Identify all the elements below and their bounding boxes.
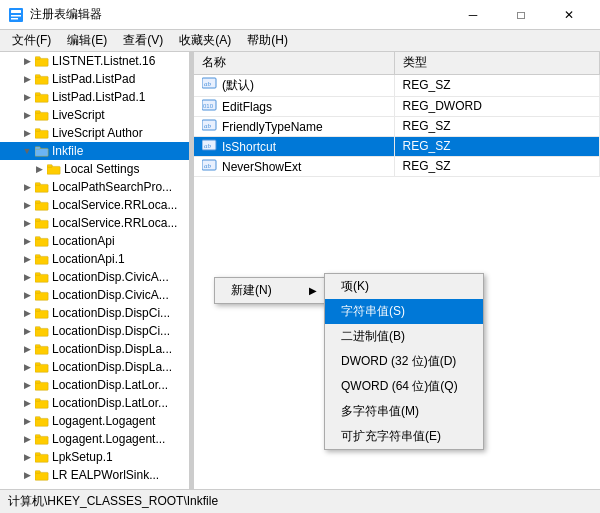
new-submenu[interactable]: 项(K)字符串值(S)二进制值(B)DWORD (32 位)值(D)QWORD …: [324, 273, 484, 450]
expand-icon[interactable]: ▶: [20, 342, 34, 356]
expand-icon[interactable]: ▶: [20, 72, 34, 86]
menu-item-h[interactable]: 帮助(H): [239, 30, 296, 51]
tree-item[interactable]: ▶ LocationApi: [0, 232, 189, 250]
svg-rect-51: [35, 471, 40, 474]
tree-item[interactable]: ▶ LocalService.RRLoca...: [0, 196, 189, 214]
table-row[interactable]: 010 EditFlagsREG_DWORD: [194, 96, 600, 116]
svg-rect-12: [35, 130, 48, 138]
folder-icon: [34, 269, 50, 285]
svg-rect-47: [35, 435, 40, 438]
expand-icon[interactable]: ▶: [20, 360, 34, 374]
minimize-button[interactable]: ─: [450, 1, 496, 29]
expand-icon[interactable]: ▶: [20, 90, 34, 104]
tree-item[interactable]: ▶ LiveScript: [0, 106, 189, 124]
menu-bar: 文件(F)编辑(E)查看(V)收藏夹(A)帮助(H): [0, 30, 600, 52]
tree-item[interactable]: ▶ LocationDisp.DispLa...: [0, 358, 189, 376]
tree-panel[interactable]: ▶ LISTNET.Listnet.16▶ ListPad.ListPad▶ L…: [0, 52, 190, 489]
menu-item-v[interactable]: 查看(V): [115, 30, 171, 51]
expand-icon[interactable]: ▶: [20, 108, 34, 122]
tree-item[interactable]: ▶ LocalPathSearchPro...: [0, 178, 189, 196]
expand-icon[interactable]: ▶: [20, 216, 34, 230]
svg-rect-34: [35, 328, 48, 336]
tree-item[interactable]: ▶ LocationDisp.DispCi...: [0, 322, 189, 340]
submenu-item[interactable]: 可扩充字符串值(E): [325, 424, 483, 449]
expand-icon[interactable]: ▶: [20, 324, 34, 338]
svg-rect-10: [35, 112, 48, 120]
folder-icon: [34, 71, 50, 87]
tree-item[interactable]: ▼ Inkfile: [0, 142, 189, 160]
expand-icon[interactable]: ▶: [20, 180, 34, 194]
svg-rect-40: [35, 382, 48, 390]
expand-icon[interactable]: ▶: [20, 270, 34, 284]
svg-rect-1: [11, 10, 21, 13]
maximize-button[interactable]: □: [498, 1, 544, 29]
menu-item-e[interactable]: 编辑(E): [59, 30, 115, 51]
expand-icon[interactable]: ▶: [20, 252, 34, 266]
tree-item-label: Inkfile: [52, 144, 83, 158]
tree-item[interactable]: ▶ LocationDisp.LatLor...: [0, 376, 189, 394]
tree-item[interactable]: ▶ ListPad.ListPad.1: [0, 88, 189, 106]
submenu-item[interactable]: 多字符串值(M): [325, 399, 483, 424]
expand-icon[interactable]: ▶: [20, 396, 34, 410]
tree-item[interactable]: ▶ LocationDisp.CivicA...: [0, 268, 189, 286]
tree-item[interactable]: ▶ LocationDisp.CivicA...: [0, 286, 189, 304]
expand-icon[interactable]: ▶: [20, 288, 34, 302]
submenu-item[interactable]: DWORD (32 位)值(D): [325, 349, 483, 374]
expand-icon[interactable]: ▶: [20, 450, 34, 464]
svg-rect-25: [35, 237, 40, 240]
menu-item-a[interactable]: 收藏夹(A): [171, 30, 239, 51]
folder-icon: [34, 395, 50, 411]
expand-icon[interactable]: ▶: [32, 162, 46, 176]
table-row[interactable]: ab IsShortcutREG_SZ: [194, 136, 600, 156]
folder-icon: [34, 359, 50, 375]
tree-item[interactable]: ▶ LpkSetup.1: [0, 448, 189, 466]
tree-scroll[interactable]: ▶ LISTNET.Listnet.16▶ ListPad.ListPad▶ L…: [0, 52, 189, 489]
tree-item[interactable]: ▶ LocationApi.1: [0, 250, 189, 268]
svg-rect-38: [35, 364, 48, 372]
submenu-item[interactable]: 字符串值(S): [325, 299, 483, 324]
tree-item-label: LocationDisp.CivicA...: [52, 270, 169, 284]
expand-icon[interactable]: ▶: [20, 54, 34, 68]
expand-icon[interactable]: ▶: [20, 378, 34, 392]
tree-item[interactable]: ▶ LISTNET.Listnet.16: [0, 52, 189, 70]
expand-icon[interactable]: ▶: [20, 198, 34, 212]
tree-item[interactable]: ▶ LocationDisp.DispCi...: [0, 304, 189, 322]
submenu-item[interactable]: 二进制值(B): [325, 324, 483, 349]
submenu-item[interactable]: 项(K): [325, 274, 483, 299]
context-menu[interactable]: 新建(N) ▶: [214, 277, 334, 304]
table-row[interactable]: ab NeverShowExtREG_SZ: [194, 156, 600, 176]
tree-item[interactable]: ▶ LocationDisp.DispLa...: [0, 340, 189, 358]
expand-icon[interactable]: ▶: [20, 126, 34, 140]
tree-item-label: LocationDisp.DispCi...: [52, 306, 170, 320]
tree-item[interactable]: ▶ ListPad.ListPad: [0, 70, 189, 88]
svg-rect-33: [35, 309, 40, 312]
bits-icon: 010: [202, 99, 218, 111]
menu-item-f[interactable]: 文件(F): [4, 30, 59, 51]
tree-item-label: LocalService.RRLoca...: [52, 198, 177, 212]
expand-icon[interactable]: ▶: [20, 468, 34, 482]
expand-icon[interactable]: ▶: [20, 432, 34, 446]
expand-icon[interactable]: ▶: [20, 306, 34, 320]
tree-item-label: LocationDisp.DispLa...: [52, 360, 172, 374]
svg-text:ab: ab: [204, 122, 212, 130]
tree-item[interactable]: ▶ Logagent.Logagent: [0, 412, 189, 430]
context-menu-new[interactable]: 新建(N) ▶: [215, 278, 333, 303]
tree-item[interactable]: ▶ LiveScript Author: [0, 124, 189, 142]
close-button[interactable]: ✕: [546, 1, 592, 29]
expand-icon[interactable]: ▼: [20, 144, 34, 158]
submenu-item[interactable]: QWORD (64 位)值(Q): [325, 374, 483, 399]
svg-rect-19: [35, 183, 40, 186]
table-row[interactable]: ab FriendlyTypeNameREG_SZ: [194, 116, 600, 136]
tree-item[interactable]: ▶ LocationDisp.LatLor...: [0, 394, 189, 412]
tree-item[interactable]: ▶ LocalService.RRLoca...: [0, 214, 189, 232]
svg-text:010: 010: [203, 103, 214, 109]
tree-item[interactable]: ▶ Local Settings: [0, 160, 189, 178]
svg-rect-23: [35, 219, 40, 222]
tree-item[interactable]: ▶ Logagent.Logagent...: [0, 430, 189, 448]
expand-icon[interactable]: ▶: [20, 414, 34, 428]
tree-item[interactable]: ▶ LR EALPWorlSink...: [0, 466, 189, 484]
expand-icon[interactable]: ▶: [20, 234, 34, 248]
table-row[interactable]: ab (默认)REG_SZ: [194, 74, 600, 96]
svg-rect-29: [35, 273, 40, 276]
svg-rect-4: [35, 58, 48, 66]
